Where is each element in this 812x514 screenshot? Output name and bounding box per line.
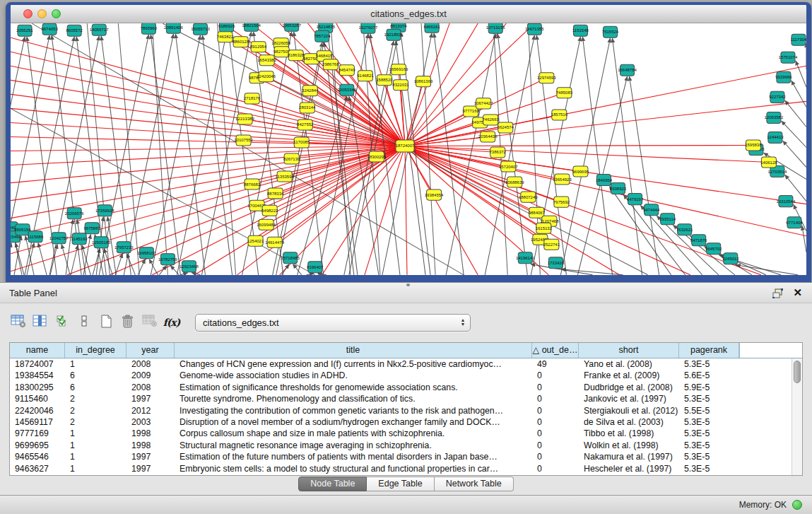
table-selector-dropdown[interactable]: citations_edges.txt▲▼: [195, 314, 471, 332]
network-node[interactable]: 3624574: [498, 122, 514, 133]
network-node[interactable]: 9699695: [572, 166, 589, 177]
cell-name[interactable]: 18724007: [10, 358, 65, 370]
network-node[interactable]: 8878334: [267, 188, 284, 199]
table-row[interactable]: 977716911998Corpus callosum shape and si…: [10, 428, 802, 439]
network-node[interactable]: 19958107: [137, 247, 156, 259]
new-column-button[interactable]: [96, 313, 115, 332]
network-node[interactable]: 9227342: [769, 91, 786, 103]
cell-name[interactable]: 9115460: [10, 393, 65, 404]
network-node[interactable]: 15276077: [359, 23, 378, 33]
cell-pagerank[interactable]: 5.6E-5: [679, 370, 739, 381]
table-row[interactable]: 1938455462009Genome-wide association stu…: [10, 370, 802, 381]
cell-short[interactable]: Wolkin et al. (1998): [579, 440, 679, 451]
cell-short[interactable]: Jankovic et al. (1997): [579, 393, 679, 404]
network-node[interactable]: 16648784: [618, 64, 637, 76]
cell-pagerank[interactable]: 5.3E-5: [679, 451, 739, 462]
network-node[interactable]: 20053346: [337, 84, 356, 95]
cell-name[interactable]: 9463627: [10, 463, 65, 474]
network-node[interactable]: 10107552: [234, 135, 253, 146]
table-row[interactable]: 1830029562008Estimation of significance …: [10, 382, 802, 393]
cell-title[interactable]: Estimation of significance thresholds fo…: [175, 382, 532, 393]
cell-out_de[interactable]: 0: [532, 370, 579, 381]
column-header-title[interactable]: title: [175, 343, 532, 358]
network-node[interactable]: 1595838: [745, 140, 762, 151]
column-header-name[interactable]: name: [10, 343, 65, 358]
network-node[interactable]: 1615132: [536, 223, 553, 233]
network-node[interactable]: 8196407: [307, 262, 324, 273]
cell-title[interactable]: Embryonic stem cells: a model to study s…: [175, 463, 532, 474]
network-node[interactable]: 22420046: [257, 71, 276, 82]
table-row[interactable]: 946554611997Estimation of the future num…: [10, 451, 802, 462]
cell-in_degree[interactable]: 1: [65, 428, 126, 439]
zoom-window-icon[interactable]: [52, 9, 61, 18]
cell-year[interactable]: 1997: [126, 451, 175, 462]
column-header-year[interactable]: year: [126, 343, 175, 358]
network-node[interactable]: 11353594: [276, 171, 295, 182]
network-node[interactable]: 9186926: [218, 23, 235, 32]
cell-year[interactable]: 2008: [126, 358, 175, 370]
network-canvas[interactable]: 2056251967405386055721405571778959602089…: [11, 23, 806, 275]
cell-year[interactable]: 1997: [126, 463, 175, 474]
network-node[interactable]: 9645702: [705, 243, 722, 255]
cell-short[interactable]: Tibbo et al. (1998): [579, 428, 679, 439]
network-node[interactable]: 8860128: [233, 37, 249, 47]
cell-out_de[interactable]: 0: [532, 428, 579, 439]
cell-pagerank[interactable]: 5.3E-5: [679, 440, 739, 451]
network-node[interactable]: 7386372: [490, 147, 507, 158]
network-node[interactable]: 10653287: [282, 23, 301, 31]
network-node[interactable]: 14055717: [90, 24, 109, 35]
cell-out_de[interactable]: 49: [532, 358, 579, 370]
row-options-button[interactable]: [74, 313, 93, 332]
table-row[interactable]: 946362711997Embryonic stem cells: a mode…: [10, 463, 802, 474]
cell-year[interactable]: 2003: [126, 416, 175, 428]
tab-node-table[interactable]: Node Table: [298, 477, 367, 491]
cell-short[interactable]: Hescheler et al. (1997): [579, 463, 679, 474]
network-node[interactable]: 8938923: [610, 183, 627, 194]
network-node[interactable]: 12974593: [537, 73, 556, 83]
cell-short[interactable]: Stergiakouli et al. (2012): [579, 405, 679, 416]
network-node[interactable]: 17957233: [114, 242, 134, 253]
network-node[interactable]: 1145193: [71, 233, 88, 245]
network-node[interactable]: 6479197: [627, 194, 644, 205]
network-node[interactable]: 20206576: [65, 208, 84, 219]
cell-pagerank[interactable]: 5.5E-5: [679, 405, 739, 416]
cell-out_de[interactable]: 0: [532, 463, 579, 474]
network-node[interactable]: 12213389: [235, 114, 254, 124]
cell-year[interactable]: 2012: [126, 405, 175, 416]
cell-short[interactable]: Nakamura et al. (1997): [579, 451, 679, 462]
cell-short[interactable]: de Silva et al. (2003): [579, 416, 679, 428]
cell-year[interactable]: 1997: [126, 393, 175, 404]
network-node[interactable]: 19671355: [525, 23, 544, 35]
network-node[interactable]: 9474444: [643, 204, 660, 216]
cell-in_degree[interactable]: 1: [65, 463, 126, 474]
column-header-pagerank[interactable]: pagerank: [679, 343, 739, 358]
scrollbar-thumb[interactable]: [794, 361, 801, 383]
network-node[interactable]: 1117304: [791, 34, 806, 45]
cell-out_de[interactable]: 0: [532, 440, 579, 451]
close-panel-icon[interactable]: ✕: [793, 286, 802, 299]
network-node[interactable]: 12923468: [180, 261, 199, 272]
delete-table-button[interactable]: [140, 313, 159, 332]
cell-title[interactable]: Estimation of the future numbers of pati…: [175, 451, 532, 462]
network-node[interactable]: 16099484: [257, 219, 276, 230]
network-node[interactable]: 10688639: [505, 177, 524, 187]
cell-pagerank[interactable]: 5.3E-5: [679, 463, 739, 474]
float-panel-icon[interactable]: [772, 288, 784, 298]
network-node[interactable]: 19218506: [384, 29, 404, 40]
network-node[interactable]: 19384554: [425, 189, 444, 200]
table-row[interactable]: 969969511998Structural magnetic resonanc…: [10, 440, 802, 451]
network-node[interactable]: 1151548: [572, 25, 589, 36]
network-node[interactable]: 2935114: [659, 214, 676, 225]
cell-title[interactable]: Corpus callosum shape and size in male p…: [175, 428, 532, 439]
network-node[interactable]: 12093582: [765, 112, 784, 123]
cell-pagerank[interactable]: 5.3E-5: [679, 358, 739, 370]
network-node[interactable]: 5498222: [261, 205, 278, 216]
cell-in_degree[interactable]: 2: [65, 393, 126, 404]
cell-year[interactable]: 1998: [126, 440, 175, 451]
cell-name[interactable]: 22420046: [10, 405, 65, 416]
column-visibility-button[interactable]: [30, 313, 49, 332]
network-node[interactable]: 7462663: [483, 115, 500, 125]
cell-out_de[interactable]: 0: [532, 451, 579, 462]
network-node[interactable]: 12505185: [92, 237, 111, 248]
network-node[interactable]: 2803144: [299, 103, 316, 113]
